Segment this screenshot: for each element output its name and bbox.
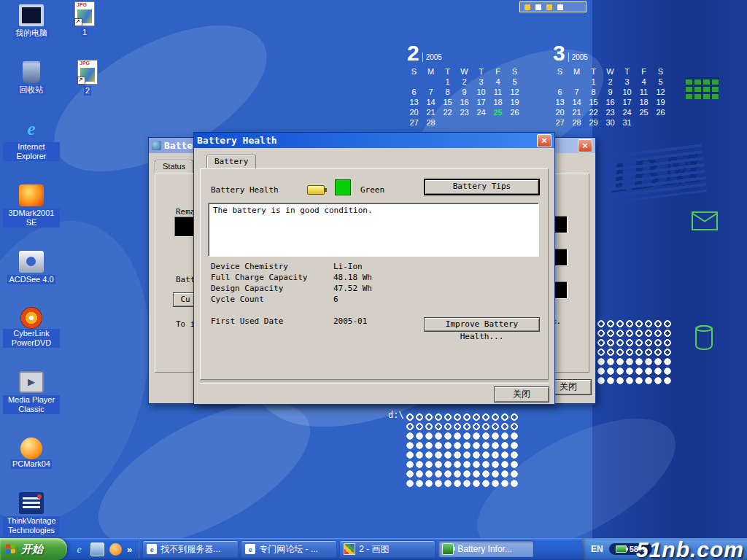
desktop-icon-my-computer[interactable]: 我的电脑 (3, 4, 60, 38)
taskbar-task-1[interactable]: 找不到服务器... (142, 540, 239, 558)
calendar-date: 22 (585, 107, 602, 117)
recycle-bin-icon (23, 61, 40, 83)
task-label: 2 - 画图 (359, 543, 389, 556)
quicklaunch-overflow-chevron[interactable]: » (127, 544, 132, 555)
calendar-date: 24 (473, 107, 489, 117)
calendar-day-header: S (506, 66, 523, 77)
field-value: 47.52 Wh (333, 284, 372, 293)
calendar-date: 2 (456, 77, 473, 87)
calendar-date (406, 77, 422, 87)
tab-battery[interactable]: Battery (206, 155, 256, 168)
calendar-date: 13 (551, 97, 568, 107)
calendar-date: 2 (602, 77, 619, 87)
file-shortcut-2[interactable]: JPG2 (71, 60, 104, 96)
calendar-date (489, 117, 506, 128)
file-shortcut-1[interactable]: JPG1 (69, 1, 101, 37)
battery-fields: Device ChemistryLi-IonFull Charge Capaci… (211, 262, 372, 304)
calendar-date: 16 (456, 97, 473, 107)
calendar-date: 30 (602, 117, 619, 128)
file-shortcut-label: 1 (81, 28, 88, 37)
calendar-date: 11 (489, 87, 506, 97)
calendar-date: 16 (602, 97, 619, 107)
close-icon[interactable] (537, 134, 551, 147)
desktop-icon-3dmark[interactable]: 3DMark2001 SE (3, 184, 60, 228)
desktop-icon-ie[interactable]: Internet Explorer (3, 118, 60, 161)
field-value: 6 (333, 295, 372, 304)
battery-tray-icon (616, 545, 627, 553)
battery-tips-button[interactable]: Battery Tips (424, 179, 540, 195)
file-shortcut-label: 2 (84, 86, 91, 96)
battery-icon (442, 543, 454, 555)
task-label: 找不到服务器... (160, 543, 220, 556)
calendar-day-header: M (568, 66, 585, 77)
envelope-icon (692, 211, 718, 230)
desktop-icon-acdsee[interactable]: ACDSee 4.0 (3, 251, 60, 284)
field-value: Li-Ion (333, 262, 372, 271)
calendar-date (652, 117, 669, 128)
calendar-grid: SMTWTFS123456789101112131415161718192021… (406, 66, 523, 128)
calendar-date: 8 (439, 87, 456, 97)
desktop-icon-thinkvantage[interactable]: ThinkVantage Technologies (3, 492, 60, 535)
wallpaper-dot-grid (406, 413, 519, 432)
calendar-date: 8 (585, 87, 602, 97)
wallpaper-dot-grid (597, 319, 673, 357)
taskbar-task-4[interactable]: Battery Infor... (438, 540, 534, 558)
desktop-icon-label: ACDSee 4.0 (7, 275, 55, 284)
tab-status[interactable]: Status (155, 160, 193, 173)
calendar-date: 21 (568, 107, 585, 117)
battery-tab-page: Battery Health Green Battery Tips The ba… (200, 168, 549, 380)
calendar-date: 27 (406, 117, 422, 128)
calendar-date: 12 (652, 87, 669, 97)
calendar-date: 31 (619, 117, 635, 128)
show-desktop-icon[interactable] (90, 542, 104, 556)
dialog-title: Battery Health (197, 135, 537, 146)
calendar-date: 6 (406, 87, 422, 97)
jpg-badge: JPG (80, 61, 90, 66)
jpg-file-icon: JPG (77, 60, 98, 85)
calendar-day-header: S (406, 66, 422, 77)
calendar-date: 23 (456, 107, 473, 117)
calendar-month: 2 (407, 42, 419, 64)
calendar-date: 25 (635, 107, 652, 117)
desktop-icon-pcmark[interactable]: PCMark04 (3, 438, 60, 469)
desktop-icon-powerdvd[interactable]: CyberLink PowerDVD (3, 307, 60, 348)
calendar-date (456, 117, 473, 128)
media-player-quicklaunch-icon[interactable] (109, 543, 122, 556)
close-button[interactable]: 关闭 (494, 386, 549, 402)
calendar-date: 5 (652, 77, 669, 87)
calendar-date: 13 (406, 97, 422, 107)
improve-battery-health-button[interactable]: Improve Battery Health... (424, 317, 540, 332)
calendar-date: 14 (568, 97, 585, 107)
calendar-year: 2005 (568, 52, 588, 62)
start-button[interactable]: 开始 (0, 538, 67, 560)
desktop-icon-recycle-bin[interactable]: 回收站 (3, 61, 60, 95)
field-label: Device Chemistry (211, 262, 333, 271)
field-label: Design Capacity (211, 284, 333, 293)
calendar-date: 20 (406, 107, 422, 117)
taskbar-task-3[interactable]: 2 - 画图 (339, 540, 436, 558)
desktop-icon-mpc[interactable]: Media Player Classic (3, 371, 60, 414)
acdsee-icon (19, 251, 44, 273)
wallpaper-widget-strip (519, 1, 587, 12)
calendar-day-header: T (585, 66, 602, 77)
calendar-date: 3 (473, 77, 489, 87)
taskbar-task-2[interactable]: 专门网论坛 - ... (241, 540, 337, 558)
calendar-date: 12 (506, 87, 523, 97)
calendar-date: 10 (619, 87, 635, 97)
condition-textbox[interactable]: The battery is in good condition. (208, 203, 539, 257)
language-indicator[interactable]: EN (591, 544, 603, 554)
mpc-icon (19, 371, 44, 393)
wallpaper-dot-grid (597, 357, 673, 386)
calendar-date (635, 117, 652, 128)
drive-label: d:\ (388, 410, 404, 420)
dialog-titlebar[interactable]: Battery Health (194, 133, 554, 148)
calendar-date: 10 (473, 87, 489, 97)
calendar-date: 18 (635, 97, 652, 107)
calendar-date: 21 (422, 107, 439, 117)
ie-quicklaunch-icon[interactable] (73, 543, 85, 556)
close-icon[interactable] (578, 139, 592, 152)
calendar-date: 17 (619, 97, 635, 107)
calendar-date (439, 117, 456, 128)
first-used-row: First Used Date 2005-01 (211, 317, 367, 326)
grid-icon (686, 77, 719, 99)
